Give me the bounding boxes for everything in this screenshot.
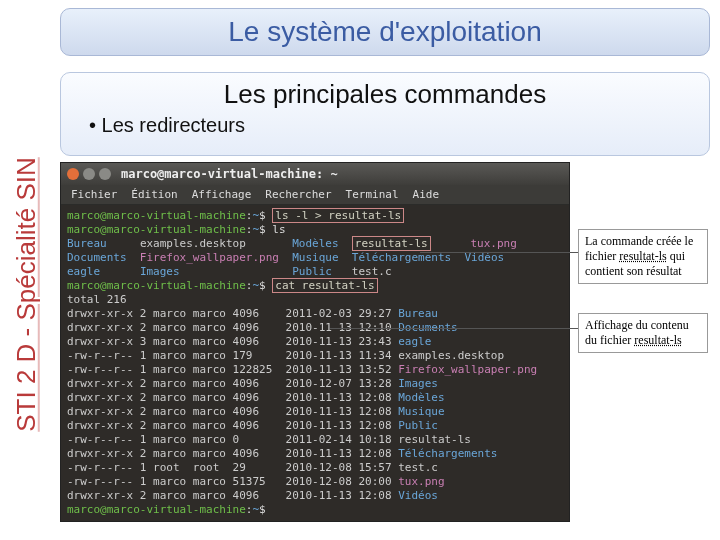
- sidebar-text: STI 2 D - Spécialité SIN: [11, 157, 42, 432]
- menu-item[interactable]: Rechercher: [265, 188, 331, 201]
- menu-item[interactable]: Aide: [413, 188, 440, 201]
- titlebar: marco@marco-virtual-machine: ~: [61, 163, 569, 185]
- menu-item[interactable]: Terminal: [346, 188, 399, 201]
- slide-title: Le système d'exploitation: [228, 16, 542, 48]
- subheader-panel: Les principales commandes Les redirecteu…: [60, 72, 710, 156]
- slide-title-banner: Le système d'exploitation: [60, 8, 710, 56]
- menu-item[interactable]: Fichier: [71, 188, 117, 201]
- window-title: marco@marco-virtual-machine: ~: [121, 167, 338, 181]
- menu-item[interactable]: Édition: [131, 188, 177, 201]
- annotation-create-file: La commande créée le fichier resultat-ls…: [578, 229, 708, 284]
- menu-item[interactable]: Affichage: [192, 188, 252, 201]
- connector-line: [330, 328, 578, 329]
- terminal-window: marco@marco-virtual-machine: ~ Fichier É…: [60, 162, 570, 522]
- section-title: Les principales commandes: [81, 79, 689, 110]
- annotation-display-file: Affichage du contenu du fichier resultat…: [578, 313, 708, 353]
- bullet-item: Les redirecteurs: [89, 114, 689, 137]
- menubar: Fichier Édition Affichage Rechercher Ter…: [61, 185, 569, 205]
- close-icon[interactable]: [67, 168, 79, 180]
- connector-line: [420, 252, 578, 253]
- maximize-icon[interactable]: [99, 168, 111, 180]
- minimize-icon[interactable]: [83, 168, 95, 180]
- sidebar-vertical-label: STI 2 D - Spécialité SIN: [8, 82, 44, 506]
